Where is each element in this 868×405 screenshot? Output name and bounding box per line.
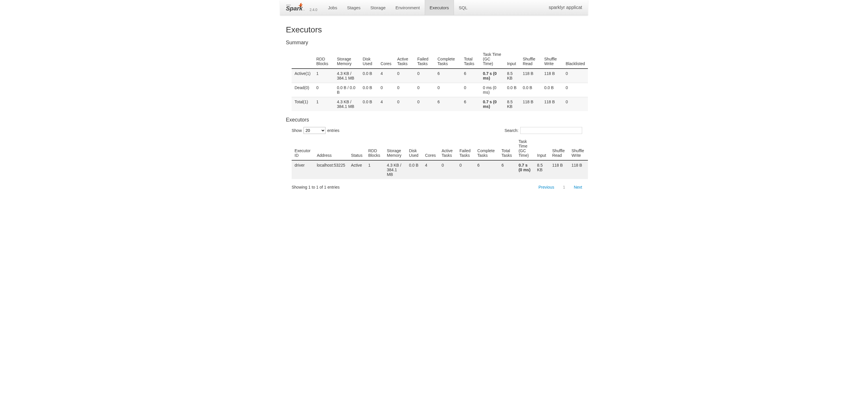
cell: 0.0 B / 0.0 B: [334, 83, 360, 97]
svg-text:™: ™: [303, 9, 305, 11]
cell: 4.3 KB / 384.1 MB: [334, 97, 360, 112]
cell: 0.0 B: [406, 160, 422, 179]
cell: 6: [461, 97, 480, 112]
cell: 0: [394, 83, 414, 97]
cell: driver: [292, 160, 314, 179]
summary-title: Summary: [286, 40, 582, 46]
cell: 0 ms (0 ms): [480, 83, 504, 97]
exec-col-tasktime[interactable]: Task Time (GC Time): [516, 137, 534, 160]
summary-col-active: Active Tasks: [394, 50, 414, 68]
search-input[interactable]: [520, 127, 582, 134]
exec-col-input[interactable]: Input: [534, 137, 549, 160]
prev-button[interactable]: Previous: [538, 185, 554, 189]
cell: 1: [313, 97, 334, 112]
summary-table: RDD Blocks Storage Memory Disk Used Core…: [292, 50, 588, 111]
app-name[interactable]: sparklyr applicat: [549, 5, 582, 10]
summary-col-failed: Failed Tasks: [414, 50, 435, 68]
show-entries: Show 20 entries: [292, 127, 339, 134]
exec-col-disk[interactable]: Disk Used: [406, 137, 422, 160]
show-label-pre: Show: [292, 128, 302, 133]
cell: 118 B: [520, 97, 541, 112]
exec-col-total[interactable]: Total Tasks: [498, 137, 516, 160]
show-label-post: entries: [327, 128, 339, 133]
summary-row: Active(1)14.3 KB / 384.1 MB0.0 B400660.7…: [292, 68, 588, 83]
spark-logo[interactable]: APACHE Spark ™ 2.4.0: [286, 2, 317, 13]
summary-col-complete: Complete Tasks: [435, 50, 461, 68]
cell: 118 B: [520, 68, 541, 83]
entries-select[interactable]: 20: [304, 127, 326, 134]
cell: 0: [378, 83, 394, 97]
exec-col-swrite[interactable]: Shuffle Write: [568, 137, 588, 160]
navbar: APACHE Spark ™ 2.4.0 Jobs Stages Storage…: [280, 0, 588, 15]
summary-col-blank: [292, 50, 313, 68]
next-button[interactable]: Next: [574, 185, 582, 189]
cell: 0: [394, 68, 414, 83]
cell: 0: [414, 68, 435, 83]
summary-col-tasktime: Task Time (GC Time): [480, 50, 504, 68]
search-box: Search:: [505, 127, 582, 134]
cell: Active(1): [292, 68, 313, 83]
search-label: Search:: [505, 128, 519, 133]
cell: 0.0 B: [360, 68, 378, 83]
exec-col-id[interactable]: Executor ID: [292, 137, 314, 160]
summary-col-input: Input: [504, 50, 520, 68]
cell: 0: [563, 97, 588, 112]
summary-row: Total(1)14.3 KB / 384.1 MB0.0 B400660.7 …: [292, 97, 588, 112]
tab-executors[interactable]: Executors: [425, 0, 454, 15]
cell: 0.0 B: [360, 97, 378, 112]
summary-col-disk: Disk Used: [360, 50, 378, 68]
cell: 4.3 KB / 384.1 MB: [334, 68, 360, 83]
exec-col-active[interactable]: Active Tasks: [439, 137, 457, 160]
exec-col-complete[interactable]: Complete Tasks: [474, 137, 499, 160]
cell: 0.7 s (0 ms): [480, 97, 504, 112]
cell: 0: [313, 83, 334, 97]
cell: 0.0 B: [541, 83, 563, 97]
cell: 118 B: [541, 97, 563, 112]
cell: 6: [435, 97, 461, 112]
summary-col-sread: Shuffle Read: [520, 50, 541, 68]
cell: 0: [414, 97, 435, 112]
executors-table: Executor ID Address Status RDD Blocks St…: [292, 137, 588, 179]
cell: 8.5 KB: [504, 68, 520, 83]
cell: 0: [414, 83, 435, 97]
cell: 0: [563, 83, 588, 97]
cell: 0.7 s (0 ms): [516, 160, 534, 179]
tab-jobs[interactable]: Jobs: [323, 0, 342, 15]
cell: 0: [394, 97, 414, 112]
summary-col-cores: Cores: [378, 50, 394, 68]
summary-col-black: Blacklisted: [563, 50, 588, 68]
svg-text:Spark: Spark: [286, 5, 303, 11]
nav-tabs: Jobs Stages Storage Environment Executor…: [323, 0, 472, 15]
cell: 0.7 s (0 ms): [480, 68, 504, 83]
exec-col-status[interactable]: Status: [348, 137, 365, 160]
cell: 0: [563, 68, 588, 83]
tab-sql[interactable]: SQL: [454, 0, 472, 15]
tab-storage[interactable]: Storage: [365, 0, 391, 15]
cell: 0.0 B: [360, 83, 378, 97]
cell: 0: [435, 83, 461, 97]
cell: 0: [457, 160, 474, 179]
exec-col-failed[interactable]: Failed Tasks: [457, 137, 474, 160]
exec-col-sread[interactable]: Shuffle Read: [549, 137, 568, 160]
table-info: Showing 1 to 1 of 1 entries: [292, 185, 340, 189]
page-number: 1: [563, 185, 565, 189]
cell: localhost:53225: [314, 160, 348, 179]
cell: 8.5 KB: [534, 160, 549, 179]
exec-col-cores[interactable]: Cores: [422, 137, 439, 160]
exec-col-addr[interactable]: Address: [314, 137, 348, 160]
cell: Active: [348, 160, 365, 179]
summary-col-swrite: Shuffle Write: [541, 50, 563, 68]
cell: 4: [378, 97, 394, 112]
exec-col-rdd[interactable]: RDD Blocks: [365, 137, 384, 160]
tab-environment[interactable]: Environment: [391, 0, 425, 15]
cell: 6: [461, 68, 480, 83]
cell: 4: [378, 68, 394, 83]
exec-col-mem[interactable]: Storage Memory: [384, 137, 406, 160]
cell: 0: [461, 83, 480, 97]
cell: 6: [435, 68, 461, 83]
tab-stages[interactable]: Stages: [342, 0, 365, 15]
cell: 0.0 B: [520, 83, 541, 97]
pagination: Previous 1 Next: [538, 185, 582, 189]
cell: 6: [474, 160, 499, 179]
page-title: Executors: [286, 25, 582, 34]
